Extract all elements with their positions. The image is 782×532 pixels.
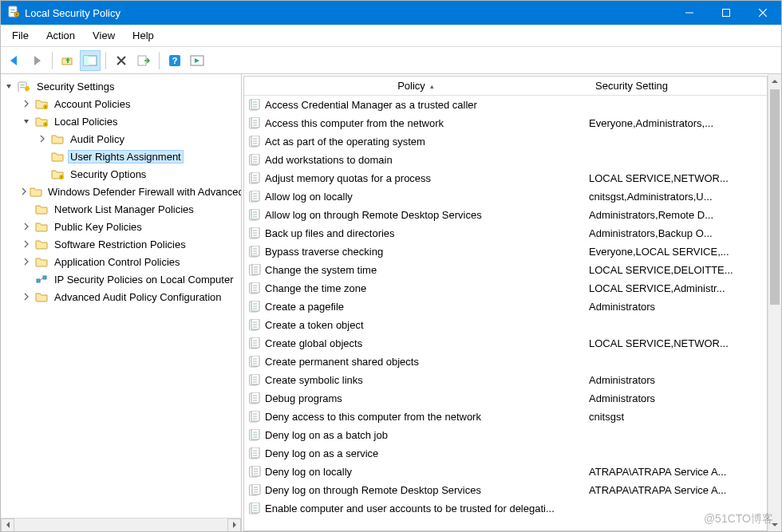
chevron-down-icon[interactable] <box>20 115 33 128</box>
policy-name: Change the system time <box>265 264 589 276</box>
chevron-down-icon[interactable] <box>2 80 15 93</box>
tree-node-account-policies[interactable]: Account Policies <box>1 95 241 112</box>
chevron-none <box>20 203 33 215</box>
tree-node-windows-defender-firewall-with-advanced-[interactable]: Windows Defender Firewall with Advanced … <box>1 183 241 200</box>
policy-row[interactable]: Create global objectsLOCAL SERVICE,NETWO… <box>244 334 767 353</box>
title-text: Local Security Policy <box>25 7 120 19</box>
policy-row[interactable]: Create permanent shared objects <box>244 353 767 371</box>
tree-label: Security Settings <box>34 81 117 93</box>
help-button[interactable]: ? <box>164 50 185 71</box>
vscroll-track[interactable] <box>768 88 781 518</box>
policy-row[interactable]: Back up files and directoriesAdministrat… <box>244 224 767 242</box>
show-hide-tree-button[interactable] <box>80 50 101 71</box>
column-header-security-setting[interactable]: Security Setting <box>587 80 676 92</box>
chevron-right-icon[interactable] <box>20 238 33 250</box>
policy-row[interactable]: Deny access to this computer from the ne… <box>244 408 767 426</box>
list-panel: Policy▴ Security Setting Access Credenti… <box>242 74 781 531</box>
tree-hscrollbar[interactable] <box>1 518 241 531</box>
policy-row[interactable]: Change the time zoneLOCAL SERVICE,Admini… <box>244 279 767 298</box>
menubar: File Action View Help <box>1 25 781 47</box>
menu-help[interactable]: Help <box>124 26 162 45</box>
chevron-right-icon[interactable] <box>20 97 33 110</box>
tree-label: Application Control Policies <box>52 256 183 268</box>
policy-row[interactable]: Create a token object <box>244 316 767 334</box>
tree-node-public-key-policies[interactable]: Public Key Policies <box>1 218 241 235</box>
policy-row[interactable]: Deny log on through Remote Desktop Servi… <box>244 481 767 499</box>
maximize-button[interactable] <box>708 1 744 25</box>
vscroll-up-icon[interactable] <box>768 74 782 88</box>
policy-row[interactable]: Create symbolic linksAdministrators <box>244 371 767 389</box>
policy-name: Act as part of the operating system <box>265 136 589 148</box>
vscroll-thumb[interactable] <box>770 89 780 305</box>
sort-asc-icon: ▴ <box>430 82 434 90</box>
minimize-button[interactable] <box>671 1 708 25</box>
menu-action[interactable]: Action <box>38 26 83 45</box>
actions-button[interactable] <box>187 50 207 71</box>
chevron-right-icon[interactable] <box>20 255 33 268</box>
policy-row[interactable]: Enable computer and user accounts to be … <box>244 499 767 518</box>
menu-view[interactable]: View <box>85 26 123 45</box>
policy-row[interactable]: Deny log on as a batch job <box>244 426 767 444</box>
folder-icon <box>34 115 49 128</box>
policy-row[interactable]: Add workstations to domain <box>244 151 767 169</box>
folder-icon <box>34 255 49 268</box>
tree[interactable]: Security SettingsAccount PoliciesLocal P… <box>1 74 241 517</box>
policy-row[interactable]: Change the system timeLOCAL SERVICE,DELO… <box>244 261 767 279</box>
chevron-right-icon[interactable] <box>36 132 49 145</box>
chevron-right-icon[interactable] <box>20 220 33 233</box>
delete-button[interactable] <box>111 50 132 71</box>
content-area: Security SettingsAccount PoliciesLocal P… <box>1 74 781 531</box>
up-folder-button[interactable] <box>57 50 78 71</box>
close-button[interactable] <box>744 1 781 25</box>
list-vscrollbar[interactable] <box>768 74 781 531</box>
tree-label: Security Options <box>68 168 148 180</box>
policy-row[interactable]: Access this computer from the networkEve… <box>244 114 767 132</box>
policy-name: Create global objects <box>265 337 589 349</box>
tree-node-local-policies[interactable]: Local Policies <box>1 112 241 130</box>
policy-row[interactable]: Debug programsAdministrators <box>244 389 767 408</box>
chevron-right-icon[interactable] <box>20 290 33 303</box>
forward-button[interactable] <box>26 50 47 71</box>
policy-setting: LOCAL SERVICE,NETWOR... <box>589 337 767 349</box>
policy-setting: Administrators <box>589 392 767 404</box>
tree-node-network-list-manager-policies[interactable]: Network List Manager Policies <box>1 200 241 218</box>
policy-row[interactable]: Bypass traverse checkingEveryone,LOCAL S… <box>244 242 767 261</box>
svg-rect-21 <box>45 106 46 108</box>
policy-row[interactable]: Deny log on locallyATRAPA\ATRAPA Service… <box>244 463 767 481</box>
policy-name: Adjust memory quotas for a process <box>265 172 589 184</box>
tree-node-audit-policy[interactable]: Audit Policy <box>1 130 241 148</box>
svg-rect-11 <box>84 56 89 65</box>
policy-row[interactable]: Allow log on through Remote Desktop Serv… <box>244 206 767 224</box>
vscroll-down-icon[interactable] <box>768 518 782 531</box>
svg-point-19 <box>25 86 30 91</box>
policy-row[interactable]: Act as part of the operating system <box>244 132 767 151</box>
menu-file[interactable]: File <box>4 26 37 45</box>
chevron-none <box>36 167 49 180</box>
chevron-right-icon[interactable] <box>20 185 28 198</box>
column-header-policy[interactable]: Policy▴ <box>244 80 587 92</box>
tree-node-ip-security-policies-on-local-computer[interactable]: IP Security Policies on Local Computer <box>1 270 241 288</box>
export-button[interactable] <box>133 50 154 71</box>
policy-name: Create symbolic links <box>265 374 589 386</box>
tree-node-application-control-policies[interactable]: Application Control Policies <box>1 253 241 270</box>
tree-node-security-options[interactable]: Security Options <box>1 165 241 183</box>
policy-row[interactable]: Access Credential Manager as a trusted c… <box>244 96 767 114</box>
policy-row[interactable]: Allow log on locallycnitsgst,Administrat… <box>244 187 767 206</box>
policy-name: Enable computer and user accounts to be … <box>265 502 589 514</box>
hscroll-right-icon[interactable] <box>227 518 241 532</box>
policy-row[interactable]: Adjust memory quotas for a processLOCAL … <box>244 169 767 187</box>
tree-root[interactable]: Security Settings <box>1 77 241 95</box>
tree-node-advanced-audit-policy-configuration[interactable]: Advanced Audit Policy Configuration <box>1 288 241 305</box>
hscroll-left-icon[interactable] <box>1 518 14 532</box>
list-body[interactable]: Access Credential Manager as a trusted c… <box>244 96 767 530</box>
policy-item-icon <box>247 154 262 167</box>
policy-name: Create a token object <box>265 319 589 331</box>
tree-node-software-restriction-policies[interactable]: Software Restriction Policies <box>1 235 241 253</box>
back-button[interactable] <box>4 50 25 71</box>
tree-node-user-rights-assignment[interactable]: User Rights Assignment <box>1 148 241 165</box>
policy-setting: ATRAPA\ATRAPA Service A... <box>589 466 767 478</box>
policy-row[interactable]: Create a pagefileAdministrators <box>244 298 767 316</box>
policy-item-icon <box>247 319 262 332</box>
policy-row[interactable]: Deny log on as a service <box>244 444 767 463</box>
policy-item-icon <box>247 301 262 313</box>
